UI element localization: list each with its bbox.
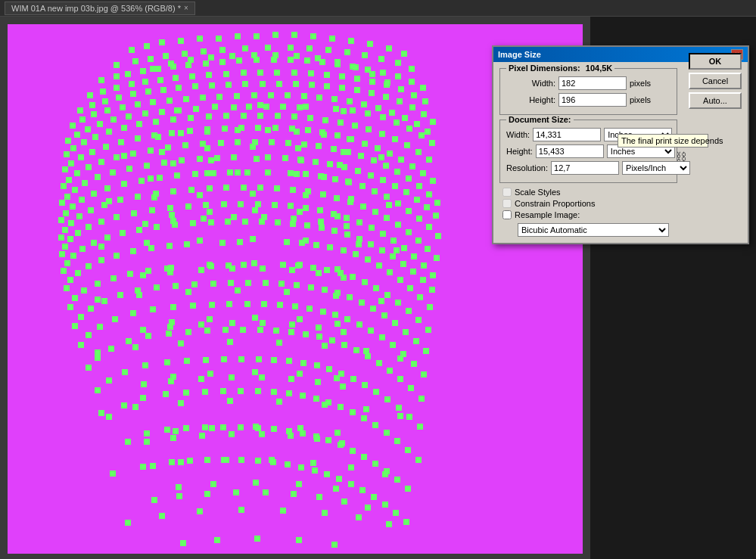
svg-rect-626 [110,470,116,477]
svg-rect-506 [238,356,244,362]
resample-checkbox[interactable] [502,210,512,219]
svg-rect-384 [219,240,226,246]
svg-rect-7 [235,33,241,39]
svg-rect-177 [426,157,432,163]
image-size-dialog: Image Size × OK Cancel Auto... Pixel Dim… [492,45,749,244]
svg-rect-71 [324,72,330,78]
svg-rect-442 [359,300,365,306]
svg-rect-226 [371,157,377,163]
svg-rect-259 [433,213,439,219]
svg-rect-433 [228,280,234,286]
doc-height-input[interactable] [536,144,604,158]
svg-rect-485 [273,328,279,334]
svg-rect-730 [169,212,175,218]
svg-rect-367 [368,241,374,247]
pixel-height-unit: pixels [630,95,651,104]
svg-rect-600 [303,238,309,244]
svg-rect-697 [339,440,345,446]
svg-rect-637 [238,507,244,513]
svg-rect-734 [334,213,341,219]
resolution-input[interactable] [551,161,619,175]
svg-rect-724 [341,108,347,114]
svg-rect-488 [316,334,322,340]
svg-rect-316 [59,251,65,257]
svg-rect-228 [394,169,400,175]
svg-rect-498 [95,387,101,393]
svg-rect-63 [189,73,195,79]
svg-rect-72 [339,73,345,79]
pixel-width-input[interactable] [558,76,627,90]
svg-rect-629 [223,457,229,463]
svg-rect-472 [411,361,417,367]
resample-select[interactable]: Bicubic Automatic Preserve Details Bicub… [518,223,669,237]
svg-rect-362 [304,222,310,228]
document-size-section: Document Size: The final print size depe… [499,120,677,183]
svg-rect-187 [187,128,193,134]
svg-rect-759 [333,486,339,492]
svg-rect-116 [251,92,257,98]
svg-rect-70 [308,70,314,76]
svg-rect-321 [98,219,104,225]
svg-rect-418 [384,292,390,298]
cancel-button[interactable]: Cancel [689,73,742,89]
svg-rect-192 [272,125,278,131]
svg-rect-562 [405,486,411,492]
auto-button[interactable]: Auto... [689,92,742,109]
svg-rect-678 [260,320,266,326]
svg-rect-302 [274,185,280,191]
tab-close-icon[interactable]: × [184,4,188,12]
svg-rect-761 [214,537,220,543]
svg-rect-720 [174,107,180,113]
svg-rect-487 [303,331,309,337]
svg-rect-143 [297,104,303,110]
svg-rect-426 [101,298,107,304]
svg-rect-199 [375,145,381,151]
svg-rect-662 [261,214,267,220]
svg-rect-149 [406,126,412,132]
svg-rect-65 [223,71,229,77]
svg-rect-110 [150,99,156,105]
svg-rect-478 [145,333,151,339]
svg-rect-698 [151,497,157,503]
svg-rect-535 [338,404,344,410]
pixel-height-input[interactable] [558,93,627,107]
svg-rect-290 [76,213,82,219]
svg-rect-145 [350,107,356,113]
svg-rect-530 [271,389,277,395]
svg-rect-391 [353,251,359,257]
svg-rect-180 [78,154,84,160]
svg-rect-694 [259,431,265,437]
resolution-label: Resolution: [506,163,548,172]
svg-rect-160 [170,116,176,123]
svg-rect-257 [414,197,420,203]
svg-rect-735 [168,265,174,271]
svg-rect-250 [327,161,333,167]
svg-rect-139 [231,104,237,110]
svg-rect-453 [130,310,136,316]
svg-rect-383 [184,241,190,247]
document-tab[interactable]: WIM 01A new imp 03b.jpg @ 536% (RGB/8) *… [5,2,195,15]
svg-rect-551 [271,426,277,432]
svg-rect-480 [185,329,191,335]
svg-rect-342 [411,253,417,259]
svg-rect-361 [290,221,296,227]
svg-rect-749 [334,375,340,381]
topbar: WIM 01A new imp 03b.jpg @ 536% (RGB/8) *… [0,0,756,17]
svg-rect-648 [321,132,327,138]
svg-rect-436 [278,281,285,287]
svg-rect-76 [398,86,404,92]
svg-rect-358 [242,219,248,225]
svg-rect-700 [204,491,210,497]
ok-button[interactable]: OK [689,53,742,70]
scale-styles-checkbox[interactable] [502,188,512,197]
pixel-dimensions-section: Pixel Dimensions: 104,5K Width: pixels H… [499,68,677,115]
svg-rect-178 [62,166,68,172]
svg-rect-326 [185,203,191,210]
constrain-proportions-checkbox[interactable] [502,199,512,208]
svg-rect-317 [62,244,68,250]
doc-width-input[interactable] [533,128,601,141]
doc-width-label: Width: [506,130,530,139]
svg-rect-577 [359,487,366,493]
svg-rect-142 [280,104,286,110]
svg-rect-412 [310,265,316,271]
